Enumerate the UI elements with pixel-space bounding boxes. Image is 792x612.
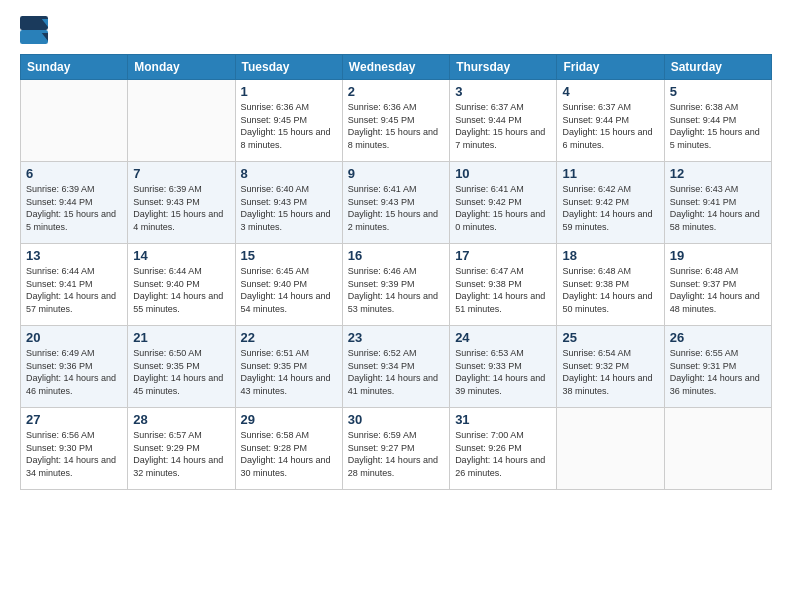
day-number: 5: [670, 84, 766, 99]
day-info: Sunrise: 6:49 AM Sunset: 9:36 PM Dayligh…: [26, 347, 122, 397]
calendar-header-row: SundayMondayTuesdayWednesdayThursdayFrid…: [21, 55, 772, 80]
day-number: 7: [133, 166, 229, 181]
weekday-header: Sunday: [21, 55, 128, 80]
logo-icon: [20, 16, 48, 44]
calendar-cell: 8Sunrise: 6:40 AM Sunset: 9:43 PM Daylig…: [235, 162, 342, 244]
calendar-cell: [128, 80, 235, 162]
weekday-header: Thursday: [450, 55, 557, 80]
day-number: 29: [241, 412, 337, 427]
calendar-cell: 15Sunrise: 6:45 AM Sunset: 9:40 PM Dayli…: [235, 244, 342, 326]
calendar-cell: 31Sunrise: 7:00 AM Sunset: 9:26 PM Dayli…: [450, 408, 557, 490]
day-number: 13: [26, 248, 122, 263]
svg-rect-0: [20, 16, 48, 30]
calendar-cell: 19Sunrise: 6:48 AM Sunset: 9:37 PM Dayli…: [664, 244, 771, 326]
day-info: Sunrise: 6:44 AM Sunset: 9:40 PM Dayligh…: [133, 265, 229, 315]
day-number: 11: [562, 166, 658, 181]
day-number: 18: [562, 248, 658, 263]
weekday-header: Friday: [557, 55, 664, 80]
calendar-cell: 6Sunrise: 6:39 AM Sunset: 9:44 PM Daylig…: [21, 162, 128, 244]
calendar-cell: 13Sunrise: 6:44 AM Sunset: 9:41 PM Dayli…: [21, 244, 128, 326]
weekday-header: Saturday: [664, 55, 771, 80]
calendar-cell: 14Sunrise: 6:44 AM Sunset: 9:40 PM Dayli…: [128, 244, 235, 326]
day-info: Sunrise: 6:46 AM Sunset: 9:39 PM Dayligh…: [348, 265, 444, 315]
day-number: 6: [26, 166, 122, 181]
day-info: Sunrise: 6:56 AM Sunset: 9:30 PM Dayligh…: [26, 429, 122, 479]
day-number: 20: [26, 330, 122, 345]
day-number: 19: [670, 248, 766, 263]
calendar-cell: 24Sunrise: 6:53 AM Sunset: 9:33 PM Dayli…: [450, 326, 557, 408]
day-info: Sunrise: 6:48 AM Sunset: 9:37 PM Dayligh…: [670, 265, 766, 315]
day-info: Sunrise: 6:59 AM Sunset: 9:27 PM Dayligh…: [348, 429, 444, 479]
day-info: Sunrise: 6:36 AM Sunset: 9:45 PM Dayligh…: [348, 101, 444, 151]
day-info: Sunrise: 6:54 AM Sunset: 9:32 PM Dayligh…: [562, 347, 658, 397]
day-number: 30: [348, 412, 444, 427]
day-number: 16: [348, 248, 444, 263]
day-info: Sunrise: 6:53 AM Sunset: 9:33 PM Dayligh…: [455, 347, 551, 397]
day-info: Sunrise: 6:47 AM Sunset: 9:38 PM Dayligh…: [455, 265, 551, 315]
weekday-header: Tuesday: [235, 55, 342, 80]
weekday-header: Wednesday: [342, 55, 449, 80]
calendar-cell: [21, 80, 128, 162]
calendar-cell: 29Sunrise: 6:58 AM Sunset: 9:28 PM Dayli…: [235, 408, 342, 490]
calendar-cell: 10Sunrise: 6:41 AM Sunset: 9:42 PM Dayli…: [450, 162, 557, 244]
day-number: 25: [562, 330, 658, 345]
day-info: Sunrise: 6:40 AM Sunset: 9:43 PM Dayligh…: [241, 183, 337, 233]
calendar-cell: [557, 408, 664, 490]
calendar-cell: 2Sunrise: 6:36 AM Sunset: 9:45 PM Daylig…: [342, 80, 449, 162]
calendar-week-row: 6Sunrise: 6:39 AM Sunset: 9:44 PM Daylig…: [21, 162, 772, 244]
day-info: Sunrise: 6:37 AM Sunset: 9:44 PM Dayligh…: [562, 101, 658, 151]
day-info: Sunrise: 6:52 AM Sunset: 9:34 PM Dayligh…: [348, 347, 444, 397]
day-info: Sunrise: 6:58 AM Sunset: 9:28 PM Dayligh…: [241, 429, 337, 479]
day-number: 26: [670, 330, 766, 345]
page-header: [20, 16, 772, 44]
day-info: Sunrise: 6:36 AM Sunset: 9:45 PM Dayligh…: [241, 101, 337, 151]
day-number: 17: [455, 248, 551, 263]
day-number: 4: [562, 84, 658, 99]
day-info: Sunrise: 6:48 AM Sunset: 9:38 PM Dayligh…: [562, 265, 658, 315]
logo: [20, 16, 52, 44]
day-info: Sunrise: 6:37 AM Sunset: 9:44 PM Dayligh…: [455, 101, 551, 151]
calendar-cell: 11Sunrise: 6:42 AM Sunset: 9:42 PM Dayli…: [557, 162, 664, 244]
calendar-cell: 9Sunrise: 6:41 AM Sunset: 9:43 PM Daylig…: [342, 162, 449, 244]
day-info: Sunrise: 7:00 AM Sunset: 9:26 PM Dayligh…: [455, 429, 551, 479]
calendar-cell: 17Sunrise: 6:47 AM Sunset: 9:38 PM Dayli…: [450, 244, 557, 326]
day-info: Sunrise: 6:42 AM Sunset: 9:42 PM Dayligh…: [562, 183, 658, 233]
day-number: 22: [241, 330, 337, 345]
day-number: 2: [348, 84, 444, 99]
calendar-cell: 27Sunrise: 6:56 AM Sunset: 9:30 PM Dayli…: [21, 408, 128, 490]
calendar-cell: 26Sunrise: 6:55 AM Sunset: 9:31 PM Dayli…: [664, 326, 771, 408]
calendar-cell: [664, 408, 771, 490]
calendar-cell: 12Sunrise: 6:43 AM Sunset: 9:41 PM Dayli…: [664, 162, 771, 244]
day-number: 14: [133, 248, 229, 263]
day-info: Sunrise: 6:50 AM Sunset: 9:35 PM Dayligh…: [133, 347, 229, 397]
calendar-cell: 7Sunrise: 6:39 AM Sunset: 9:43 PM Daylig…: [128, 162, 235, 244]
calendar-cell: 3Sunrise: 6:37 AM Sunset: 9:44 PM Daylig…: [450, 80, 557, 162]
day-info: Sunrise: 6:45 AM Sunset: 9:40 PM Dayligh…: [241, 265, 337, 315]
calendar-cell: 4Sunrise: 6:37 AM Sunset: 9:44 PM Daylig…: [557, 80, 664, 162]
day-number: 15: [241, 248, 337, 263]
day-info: Sunrise: 6:38 AM Sunset: 9:44 PM Dayligh…: [670, 101, 766, 151]
calendar-cell: 16Sunrise: 6:46 AM Sunset: 9:39 PM Dayli…: [342, 244, 449, 326]
day-number: 9: [348, 166, 444, 181]
calendar-cell: 1Sunrise: 6:36 AM Sunset: 9:45 PM Daylig…: [235, 80, 342, 162]
day-number: 3: [455, 84, 551, 99]
day-number: 21: [133, 330, 229, 345]
day-number: 8: [241, 166, 337, 181]
calendar-cell: 30Sunrise: 6:59 AM Sunset: 9:27 PM Dayli…: [342, 408, 449, 490]
day-number: 27: [26, 412, 122, 427]
day-info: Sunrise: 6:39 AM Sunset: 9:44 PM Dayligh…: [26, 183, 122, 233]
day-info: Sunrise: 6:41 AM Sunset: 9:42 PM Dayligh…: [455, 183, 551, 233]
day-number: 24: [455, 330, 551, 345]
day-number: 23: [348, 330, 444, 345]
calendar-week-row: 27Sunrise: 6:56 AM Sunset: 9:30 PM Dayli…: [21, 408, 772, 490]
calendar-week-row: 20Sunrise: 6:49 AM Sunset: 9:36 PM Dayli…: [21, 326, 772, 408]
day-info: Sunrise: 6:51 AM Sunset: 9:35 PM Dayligh…: [241, 347, 337, 397]
calendar-cell: 25Sunrise: 6:54 AM Sunset: 9:32 PM Dayli…: [557, 326, 664, 408]
day-number: 10: [455, 166, 551, 181]
calendar-page: SundayMondayTuesdayWednesdayThursdayFrid…: [0, 0, 792, 612]
day-info: Sunrise: 6:41 AM Sunset: 9:43 PM Dayligh…: [348, 183, 444, 233]
calendar-cell: 5Sunrise: 6:38 AM Sunset: 9:44 PM Daylig…: [664, 80, 771, 162]
calendar-cell: 21Sunrise: 6:50 AM Sunset: 9:35 PM Dayli…: [128, 326, 235, 408]
calendar-week-row: 1Sunrise: 6:36 AM Sunset: 9:45 PM Daylig…: [21, 80, 772, 162]
day-number: 12: [670, 166, 766, 181]
